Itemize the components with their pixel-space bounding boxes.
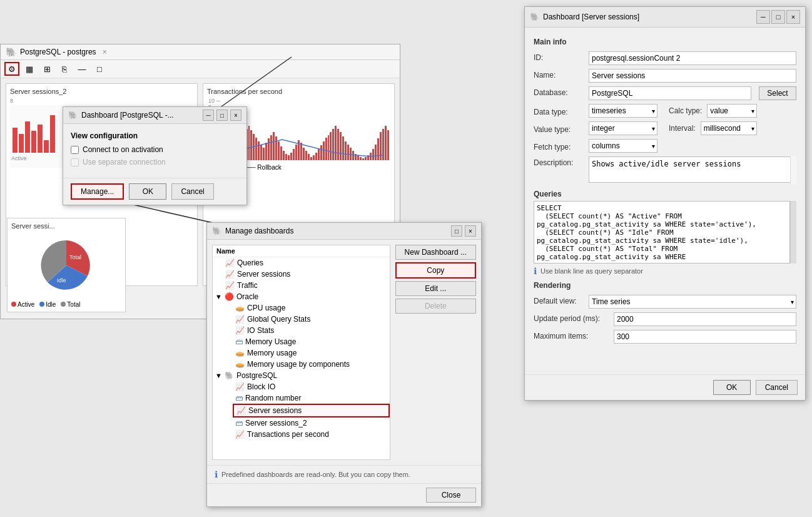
select-database-btn[interactable]: Select: [759, 86, 796, 100]
default-view-row: Default view: Time series ▾: [534, 295, 796, 309]
dashboard-tree: Name 📈 Queries 📈 Server sessions 📈 Traff…: [212, 245, 390, 460]
ss-cancel-btn[interactable]: Cancel: [756, 380, 798, 395]
tree-item-io-stats[interactable]: 📈 IO Stats: [233, 325, 390, 336]
tree-item-global-query-stats[interactable]: 📈 Global Query Stats: [233, 314, 390, 325]
query-textarea[interactable]: SELECT (SELECT count(*) AS "Active" FROM…: [534, 201, 790, 264]
fetch-type-select-wrapper: columns ▾: [589, 139, 657, 153]
fetch-type-select[interactable]: columns: [589, 139, 657, 153]
manage-close-bottom-btn[interactable]: Close: [426, 488, 476, 503]
tree-item-server-sessions-pg[interactable]: 📈 Server sessions: [233, 404, 390, 417]
view-config-maximize-btn[interactable]: □: [216, 110, 228, 121]
default-view-label: Default view:: [534, 295, 584, 305]
connect-on-activation-checkbox[interactable]: [71, 146, 79, 154]
tree-item-transactions[interactable]: 📈 Transactions per second: [233, 429, 390, 440]
ss-minimize-btn[interactable]: ─: [756, 10, 770, 24]
data-type-select[interactable]: timeseries: [589, 104, 657, 118]
oracle-icon: 🔴: [225, 292, 234, 301]
default-view-select[interactable]: Time series: [589, 295, 796, 309]
tree-item-queries[interactable]: 📈 Queries: [223, 257, 390, 269]
transactions-title: Transactions per second: [207, 88, 390, 95]
main-info-heading: Main info: [534, 38, 796, 46]
delete-btn[interactable]: Delete: [395, 299, 476, 314]
fetch-type-row: Fetch type: columns ▾: [534, 139, 796, 153]
chart-icon-traffic: 📈: [225, 281, 235, 290]
id-input[interactable]: [589, 51, 796, 65]
max-items-input[interactable]: [614, 330, 796, 344]
toolbar-btn-6[interactable]: □: [92, 62, 107, 76]
manage-title: Manage dashboards: [225, 227, 293, 235]
queries-heading: Queries: [534, 190, 796, 198]
view-config-dialog: 🐘 Dashboard [PostgreSQL -... ─ □ × View …: [63, 106, 247, 205]
postgresql-group[interactable]: ▼ 🐘 PostgreSQL: [213, 370, 390, 381]
view-config-ok-btn[interactable]: OK: [129, 183, 166, 200]
tab-close-btn[interactable]: ×: [103, 48, 107, 56]
ss-title-text: Dashboard [Server sessions]: [543, 13, 639, 21]
view-config-section-title: View configuration: [71, 131, 239, 140]
oracle-group[interactable]: ▼ 🔴 Oracle: [213, 291, 390, 302]
new-dashboard-btn[interactable]: New Dashboard ...: [395, 245, 476, 260]
view-config-content: View configuration Connect to on activat…: [63, 124, 246, 178]
database-row: Database: Select: [534, 86, 796, 100]
gear-toolbar-btn[interactable]: ⚙: [4, 62, 19, 76]
ss-footer: OK Cancel: [525, 374, 805, 400]
calc-type-label: Calc type:: [669, 106, 702, 115]
table-icon-mu: 🗃: [235, 337, 243, 346]
description-row: Description: Shows active/idle server se…: [534, 156, 796, 185]
tree-item-block-io[interactable]: 📈 Block IO: [233, 381, 390, 392]
tree-item-server-sessions-top[interactable]: 📈 Server sessions: [223, 269, 390, 280]
view-config-cancel-btn[interactable]: Cancel: [171, 183, 213, 200]
query-scrollbar[interactable]: [790, 201, 796, 264]
calc-type-select[interactable]: value: [707, 104, 757, 118]
tree-item-traffic[interactable]: 📈 Traffic: [223, 280, 390, 291]
copy-btn[interactable]: Copy: [395, 262, 476, 279]
tree-item-memory-usage-table[interactable]: 🗃 Memory Usage: [233, 336, 390, 347]
manage-button[interactable]: Manage...: [71, 183, 124, 200]
query-info-icon: ℹ: [534, 266, 537, 276]
server-sessions-pie-panel: Server sessi... Idle Total Active Idle T…: [7, 218, 126, 312]
update-period-input[interactable]: [614, 312, 796, 326]
svg-text:Total: Total: [69, 254, 81, 260]
chart-icon-gqs: 📈: [235, 315, 245, 324]
ss-titlebar: 🐘 Dashboard [Server sessions] ─ □ ×: [525, 7, 805, 28]
view-config-icon: 🐘: [68, 111, 78, 120]
interval-select-wrapper: millisecond ▾: [701, 121, 757, 135]
ss-titlebar-btns: ─ □ ×: [756, 10, 800, 24]
ss-close-btn[interactable]: ×: [786, 10, 800, 24]
max-items-row: Maximum items:: [534, 330, 796, 344]
interval-label: Interval:: [669, 124, 696, 133]
tree-item-server-sessions-2[interactable]: 🗃 Server sessions_2: [233, 417, 390, 429]
value-type-select[interactable]: integer: [589, 121, 657, 135]
server-sessions-config-dialog: 🐘 Dashboard [Server sessions] ─ □ × Main…: [524, 6, 806, 401]
name-input[interactable]: [589, 69, 796, 83]
query-area-wrapper: SELECT (SELECT count(*) AS "Active" FROM…: [534, 201, 796, 264]
toolbar-btn-5[interactable]: —: [74, 62, 89, 76]
manage-close-btn[interactable]: ×: [465, 225, 476, 237]
toolbar-btn-2[interactable]: ▦: [22, 62, 37, 76]
tree-item-random-number[interactable]: 🗃 Random number: [233, 392, 390, 404]
grid-icon: ▦: [26, 64, 33, 74]
ss-ok-btn[interactable]: OK: [713, 380, 751, 395]
toolbar-btn-4[interactable]: ⎘: [57, 62, 72, 76]
server-sessions-pie-title: Server sessi...: [11, 222, 121, 230]
separate-connection-row: Use separate connection: [71, 158, 239, 166]
chart-icon-io: 📈: [235, 326, 245, 335]
manage-icon: 🐘: [212, 227, 221, 235]
tree-item-memory-usage-comp[interactable]: 🥧 Memory usage by components: [233, 359, 390, 370]
pie-chart: Idle Total: [38, 237, 94, 294]
tree-item-memory-usage-pie[interactable]: 🥧 Memory usage: [233, 347, 390, 359]
manage-maximize-btn[interactable]: □: [451, 225, 462, 237]
tree-item-cpu-usage[interactable]: 🥧 CPU usage: [233, 302, 390, 314]
toolbar-btn-3[interactable]: ⊞: [39, 62, 54, 76]
separate-connection-checkbox[interactable]: [71, 158, 79, 166]
interval-select[interactable]: millisecond: [701, 121, 757, 135]
view-config-minimize-btn[interactable]: ─: [203, 110, 214, 121]
pie-icon-muc: 🥧: [235, 360, 245, 369]
ss-maximize-btn[interactable]: □: [771, 10, 785, 24]
description-textarea[interactable]: Shows active/idle server sessions: [589, 156, 796, 183]
view-config-close-btn[interactable]: ×: [230, 110, 241, 121]
edit-btn[interactable]: Edit ...: [395, 281, 476, 296]
pg-tab[interactable]: 🐘 PostgreSQL - postgres ×: [1, 44, 400, 60]
table-icon-rn: 🗃: [235, 394, 243, 402]
update-period-label: Update period (ms):: [534, 312, 609, 323]
database-input[interactable]: [589, 86, 751, 100]
